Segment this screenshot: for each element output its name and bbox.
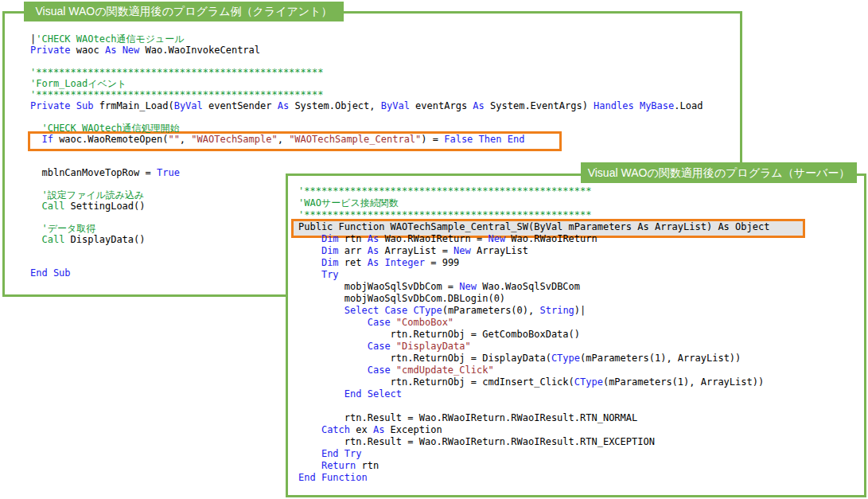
code-line: Case "DisplayData"	[298, 341, 769, 353]
code-line: Catch ex As Exception	[298, 424, 769, 436]
figure-canvas: |'CHECK WAOtech通信モジュールPrivate waoc As Ne…	[0, 0, 868, 499]
code-line: Public Function WAOTechSample_Central_SW…	[298, 221, 769, 233]
code-line: rtn.ReturnObj = cmdInsert_Click(CType(mP…	[298, 376, 769, 388]
code-line: End Function	[298, 472, 769, 484]
code-line: 'WAOサービス接続関数	[298, 197, 769, 209]
code-line: mobjWaoSqlSvDbCom.DBLogin(0)	[298, 293, 769, 305]
code-line: Private Sub frmMain_Load(ByVal eventSend…	[30, 100, 703, 111]
code-line: Dim ret As Integer = 999	[298, 257, 769, 269]
code-line: Private waoc As New Wao.WaoInvokeCentral	[30, 45, 703, 56]
code-line: 'CHECK WAOtech通信処理開始	[30, 123, 703, 134]
code-line: End Select	[298, 388, 769, 400]
code-line	[30, 111, 703, 123]
server-panel-label: Visual WAOの関数適用後のプログラム（サーバー）	[581, 162, 857, 183]
code-line: rtn.Result = Wao.RWaoIReturn.RWaoIResult…	[298, 436, 769, 448]
code-line	[30, 145, 703, 156]
code-line: End Try	[298, 448, 769, 460]
server-code-block: '***************************************…	[298, 185, 769, 484]
code-line: |'CHECK WAOtech通信モジュール	[30, 33, 703, 45]
client-panel-label: Visual WAOの関数適用後のプログラム例（クライアント）	[24, 2, 344, 21]
code-line: Dim arr As ArrayList = New ArrayList	[298, 245, 769, 257]
code-line	[298, 400, 769, 412]
code-line: '***************************************…	[298, 185, 769, 197]
code-line: Case "cmdUpdate_Click"	[298, 365, 769, 376]
code-line: Dim rtn As Wao.RWaoIReturn = New Wao.RWa…	[298, 233, 769, 245]
code-line: '***************************************…	[30, 89, 703, 100]
code-line: rtn.ReturnObj = DisplayData(CType(mParam…	[298, 353, 769, 365]
code-line: '***************************************…	[298, 209, 769, 221]
code-line: rtn.ReturnObj = GetComboBoxData()	[298, 329, 769, 341]
code-line: rtn.Result = Wao.RWaoIReturn.RWaoIResult…	[298, 412, 769, 424]
code-line: 'Form_Loadイベント	[30, 78, 703, 89]
code-line: Try	[298, 269, 769, 281]
code-line: Return rtn	[298, 460, 769, 472]
code-line: mobjWaoSqlSvDbCom = New Wao.WaoSqlSvDBCo…	[298, 281, 769, 293]
code-line: Case "ComboBox"	[298, 317, 769, 329]
code-line	[30, 56, 703, 67]
code-line: '***************************************…	[30, 67, 703, 78]
code-line: Select Case CType(mParameters(0), String…	[298, 305, 769, 317]
code-line: If waoc.WaoRemoteOpen("", "WAOTechSample…	[30, 134, 703, 145]
